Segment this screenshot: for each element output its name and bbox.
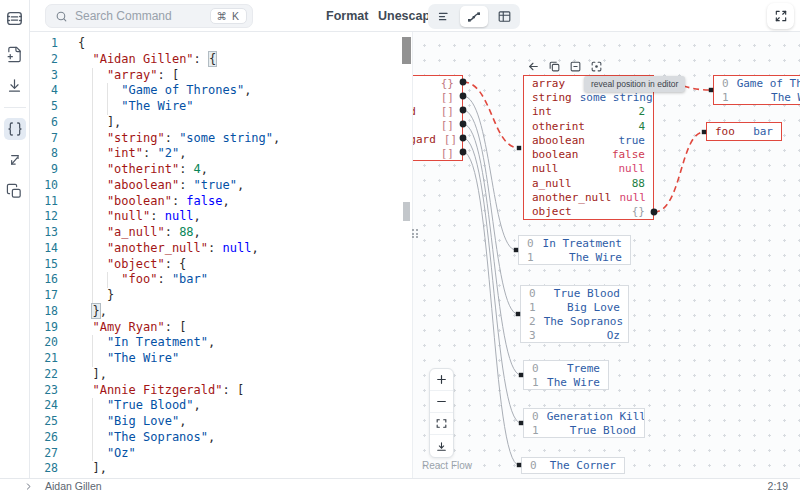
node-row[interactable]: nullnull — [524, 162, 653, 176]
code-line[interactable]: 24"True Blood", — [30, 398, 400, 414]
node-row[interactable]: Alice Farmer[] — [412, 146, 462, 160]
line-number: 19 — [30, 320, 58, 336]
node-row[interactable]: 1The Wire — [519, 250, 630, 264]
app-logo[interactable] — [4, 7, 26, 29]
node-row[interactable]: a_null88 — [524, 176, 653, 190]
transform-icon[interactable] — [4, 149, 26, 171]
graph-node-anwan[interactable]: 0Treme1The Wire — [523, 360, 609, 390]
line-number: 12 — [30, 209, 58, 225]
code-line[interactable]: 10"aboolean": "true", — [30, 178, 400, 194]
react-flow-attribution[interactable]: React Flow — [422, 460, 472, 471]
node-row[interactable]: 0In Treatment — [519, 236, 630, 250]
node-row[interactable]: 1True Blood — [524, 423, 644, 437]
code-line[interactable]: 12"null": null, — [30, 209, 400, 225]
node-row[interactable]: 0True Blood — [521, 286, 628, 300]
code-line[interactable]: 26"The Sopranos", — [30, 430, 400, 446]
node-row[interactable]: 2The Sopranos — [521, 314, 628, 328]
node-row[interactable]: Annie Fitzgerald[] — [412, 104, 462, 118]
code-line[interactable]: 3"array": [ — [30, 68, 400, 84]
graph-node-annie[interactable]: 0True Blood1Big Love2The Sopranos3Oz — [520, 285, 629, 343]
node-row[interactable]: 0Treme — [524, 361, 608, 375]
panel-resize-handle[interactable] — [411, 226, 420, 241]
zoom-in-button[interactable] — [430, 369, 453, 391]
search-input[interactable]: Search Command ⌘ K — [45, 4, 253, 28]
back-icon[interactable] — [525, 58, 542, 74]
node-row[interactable]: otherint4 — [524, 119, 653, 133]
code-line[interactable]: 8"int": "2", — [30, 146, 400, 162]
code-line[interactable]: 18}, — [30, 304, 400, 320]
code-line[interactable]: 14"another_null": null, — [30, 241, 400, 257]
list-view-icon[interactable] — [430, 6, 458, 27]
code-line[interactable]: 7"string": "some string", — [30, 131, 400, 147]
code-line[interactable]: 2"Aidan Gillen": { — [30, 52, 400, 68]
code-line[interactable]: 1{ — [30, 36, 400, 52]
duplicate-icon[interactable] — [4, 180, 26, 202]
node-row[interactable]: stringsome string — [524, 90, 653, 104]
braces-icon[interactable] — [4, 118, 26, 140]
node-row[interactable]: foobar — [707, 123, 781, 140]
node-row[interactable]: 0The Corner — [522, 458, 624, 473]
code-line[interactable]: 15"object": { — [30, 257, 400, 273]
graph-node-aidan[interactable]: array[]stringsome stringint2otherint4abo… — [523, 75, 654, 220]
node-row[interactable]: 1Big Love — [521, 300, 628, 314]
node-row[interactable]: Anwan Glover[] — [412, 118, 462, 132]
node-row[interactable]: Amy Ryan[] — [412, 90, 462, 104]
fit-view-button[interactable] — [430, 413, 453, 435]
json-graph-canvas[interactable]: Aidan Gillen{}Amy Ryan[]Annie Fitzgerald… — [412, 32, 800, 478]
code-line[interactable]: 13"a_null": 88, — [30, 225, 400, 241]
line-number: 18 — [30, 304, 58, 320]
search-placeholder: Search Command — [75, 9, 210, 23]
code-line[interactable]: 20"In Treatment", — [30, 335, 400, 351]
scrollbar-thumb[interactable] — [402, 37, 411, 64]
node-row[interactable]: 3Oz — [521, 328, 628, 342]
graph-node-alex[interactable]: 0Generation Kill1True Blood — [523, 408, 645, 438]
table-view-icon[interactable] — [490, 6, 518, 27]
node-row[interactable]: object{} — [524, 205, 653, 219]
chevron-right-icon[interactable] — [24, 479, 33, 492]
code-line[interactable]: 6], — [30, 115, 400, 131]
node-row[interactable]: Aidan Gillen{} — [412, 76, 462, 90]
graph-node-alice[interactable]: 0The Corner — [521, 457, 625, 474]
focus-icon[interactable] — [588, 58, 605, 74]
code-line[interactable]: 23"Annie Fitzgerald": [ — [30, 383, 400, 399]
new-file-icon[interactable] — [4, 43, 26, 65]
download-icon[interactable] — [4, 74, 26, 96]
graph-node-foo[interactable]: foobar — [706, 122, 782, 141]
code-line[interactable]: 5"The Wire" — [30, 99, 400, 115]
code-line[interactable]: 9"otherint": 4, — [30, 162, 400, 178]
code-line[interactable]: 19"Amy Ryan": [ — [30, 320, 400, 336]
graph-node-amy[interactable]: 0In Treatment1The Wire — [518, 235, 631, 265]
line-number: 17 — [30, 288, 58, 304]
format-button[interactable]: Format — [326, 0, 368, 32]
node-row[interactable]: abooleantrue — [524, 133, 653, 147]
node-row[interactable]: 1The Wire — [714, 90, 800, 104]
code-line[interactable]: 11"boolean": false, — [30, 194, 400, 210]
graph-view-icon[interactable] — [460, 6, 488, 27]
code-line[interactable]: 22], — [30, 367, 400, 383]
code-line[interactable]: 16"foo": "bar" — [30, 272, 400, 288]
node-row[interactable]: another_nullnull — [524, 190, 653, 204]
code-line[interactable]: 28], — [30, 461, 400, 477]
graph-node-got[interactable]: 0Game of Thrones1The Wire — [713, 75, 800, 105]
line-number: 14 — [30, 241, 58, 257]
code-line[interactable]: 27"Oz" — [30, 446, 400, 462]
fullscreen-button[interactable] — [767, 3, 794, 29]
collapse-icon[interactable] — [567, 58, 584, 74]
node-row[interactable]: Alexander Skarsgard[] — [412, 132, 462, 146]
graph-node-root[interactable]: Aidan Gillen{}Amy Ryan[]Annie Fitzgerald… — [412, 75, 463, 161]
code-line[interactable]: 17} — [30, 288, 400, 304]
node-row[interactable]: booleanfalse — [524, 147, 653, 161]
node-row[interactable]: int2 — [524, 105, 653, 119]
node-row[interactable]: 0Generation Kill — [524, 409, 644, 423]
zoom-out-button[interactable] — [430, 391, 453, 413]
download-image-button[interactable] — [430, 435, 453, 457]
code-line[interactable]: 25"Big Love", — [30, 414, 400, 430]
code-line[interactable]: 21"The Wire" — [30, 351, 400, 367]
node-row[interactable]: 1The Wire — [524, 375, 608, 389]
editor-scrollbar[interactable] — [401, 32, 412, 478]
copy-icon[interactable] — [546, 58, 563, 74]
code-line[interactable]: 4"Game of Thrones", — [30, 83, 400, 99]
json-code-editor[interactable]: 1{2"Aidan Gillen": {3"array": [4"Game of… — [30, 32, 412, 478]
line-number: 21 — [30, 351, 58, 367]
node-row[interactable]: 0Game of Thrones — [714, 76, 800, 90]
